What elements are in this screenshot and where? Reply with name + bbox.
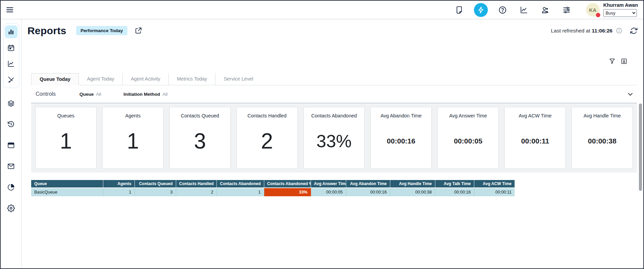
column-header-avg-acw-time[interactable]: Avg ACW Time <box>474 180 515 188</box>
tab-service-level[interactable]: Service Level <box>215 73 261 85</box>
cell-contacts-queued: 3 <box>134 188 176 196</box>
cell-contacts-abandoned: 1 <box>216 188 264 196</box>
metric-card-label: Contacts Queued <box>181 113 219 118</box>
table-body: BasicQueue132133%00:00:0500:00:1600:00:3… <box>31 188 515 196</box>
tab-agent-activity[interactable]: Agent Activity <box>122 73 168 85</box>
sliders-icon[interactable] <box>562 6 571 14</box>
user-meta: Khurram Awan Busy <box>603 3 638 17</box>
sidebar-report-group <box>3 23 19 88</box>
metric-card-contacts-queued: Contacts Queued3 <box>169 107 231 169</box>
metric-card-label: Queues <box>57 113 75 118</box>
column-header-agents[interactable]: Agents <box>103 180 134 188</box>
topbar-actions: KA Khurram Awan Busy <box>449 3 638 17</box>
help-icon[interactable] <box>498 6 507 14</box>
metric-card-value: 00:00:05 <box>454 118 482 169</box>
column-header-avg-abandon-time[interactable]: Avg Abandon Time <box>346 180 390 188</box>
sidebar-items <box>5 97 18 223</box>
metric-card-value: 1 <box>127 118 139 169</box>
last-refreshed-time: 11:06:26 <box>592 28 612 33</box>
table-row[interactable]: BasicQueue132133%00:00:0500:00:1600:00:3… <box>31 188 515 196</box>
metric-card-contacts-abandoned: Contacts Abandoned33% <box>304 107 365 169</box>
filter-initiation-method[interactable]: Initiation MethodAll <box>124 92 168 97</box>
hamburger-menu-icon[interactable] <box>5 5 14 14</box>
metric-card-queues: Queues1 <box>35 107 97 169</box>
cell-agents: 1 <box>103 188 134 196</box>
report-badge[interactable]: Performance Today <box>76 26 127 35</box>
lightning-icon[interactable] <box>474 3 488 17</box>
sidebar <box>1 19 22 268</box>
user-name: Khurram Awan <box>603 3 638 8</box>
column-header-contacts-handled[interactable]: Contacts Handled <box>176 180 216 188</box>
download-icon[interactable] <box>621 58 627 65</box>
app-window: KA Khurram Awan Busy Reports Perfor <box>0 0 644 269</box>
metric-card-label: Contacts Abandoned <box>311 113 357 118</box>
metric-card-label: Avg ACW Time <box>519 113 552 118</box>
note-icon[interactable] <box>455 6 463 14</box>
sidebar-item-layers-icon[interactable] <box>5 97 18 110</box>
panel-tools <box>31 58 637 65</box>
users-icon[interactable] <box>541 6 549 14</box>
status-select[interactable]: Busy <box>603 9 637 17</box>
cell-contacts-abandoned: 33% <box>264 188 311 196</box>
metric-card-label: Avg Answer Time <box>449 113 487 118</box>
topbar-icons <box>449 3 577 17</box>
filter-queue[interactable]: QueueAll <box>80 92 101 97</box>
metric-card-label: Avg Handle Time <box>583 113 621 118</box>
line-chart-icon[interactable] <box>520 6 528 14</box>
filter-name: Initiation Method <box>124 92 160 97</box>
sidebar-item-window-icon[interactable] <box>5 139 18 152</box>
page-header: Reports Performance Today Last refreshed… <box>22 19 643 42</box>
metric-card-value: 00:00:11 <box>521 118 549 169</box>
column-header-avg-answer-time[interactable]: Avg Answer Time <box>311 180 346 188</box>
info-icon[interactable] <box>616 27 622 34</box>
cell-avg-acw-time: 00:00:11 <box>474 188 515 196</box>
column-header-avg-handle-time[interactable]: Avg Handle Time <box>390 180 435 188</box>
cell-avg-handle-time: 00:00:38 <box>390 188 435 196</box>
tab-metrics-today[interactable]: Metrics Today <box>168 73 215 85</box>
column-header-contacts-abandoned[interactable]: Contacts Abandoned % <box>264 180 311 188</box>
refresh-area: Last refreshed at 11:06:26 <box>551 27 638 35</box>
metric-card-value: 2 <box>261 118 273 169</box>
external-link-icon[interactable] <box>134 27 142 35</box>
sidebar-item-history-icon[interactable] <box>5 118 18 131</box>
refresh-icon[interactable] <box>630 27 638 35</box>
sidebar-item-line-chart-icon[interactable] <box>5 57 18 70</box>
metric-card-label: Agents <box>125 113 141 118</box>
vertical-scrollbar[interactable] <box>639 104 642 191</box>
sidebar-item-pie-chart-icon[interactable] <box>5 181 18 194</box>
column-header-contacts-abandoned[interactable]: Contacts Abandoned <box>216 180 264 188</box>
metric-card-value: 00:00:16 <box>387 118 415 169</box>
avatar[interactable]: KA <box>586 3 600 17</box>
metric-cards: Queues1Agents1Contacts Queued3Contacts H… <box>31 103 637 173</box>
last-refreshed-text: Last refreshed at 11:06:26 <box>551 28 612 34</box>
metric-card-value: 3 <box>194 118 206 169</box>
tab-queue-today[interactable]: Queue Today <box>31 73 79 85</box>
metric-card-avg-handle-time: Avg Handle Time00:00:38 <box>572 107 633 169</box>
cell-avg-answer-time: 00:00:05 <box>311 188 346 196</box>
metric-card-label: Contacts Handled <box>247 113 286 118</box>
cell-queue: BasicQueue <box>31 188 103 196</box>
column-header-avg-talk-time[interactable]: Avg Talk Time <box>435 180 474 188</box>
tabs: Queue TodayAgent TodayAgent ActivityMetr… <box>31 73 637 85</box>
sidebar-item-bar-chart-icon[interactable] <box>5 25 18 38</box>
filter-value: All <box>96 92 101 97</box>
tab-agent-today[interactable]: Agent Today <box>79 73 122 85</box>
queue-table: QueueAgentsContacts QueuedContacts Handl… <box>31 180 515 196</box>
cell-avg-abandon-time: 00:00:16 <box>346 188 390 196</box>
report-panel: Queue TodayAgent TodayAgent ActivityMetr… <box>31 42 637 268</box>
sidebar-item-calendar-icon[interactable] <box>5 41 18 54</box>
chevron-down-icon[interactable] <box>626 90 634 98</box>
metric-card-avg-answer-time: Avg Answer Time00:00:05 <box>437 107 499 169</box>
metric-card-contacts-handled: Contacts Handled2 <box>236 107 298 169</box>
column-header-queue[interactable]: Queue <box>31 180 103 188</box>
sidebar-item-mail-icon[interactable] <box>5 160 18 173</box>
sidebar-item-design-brush-icon[interactable] <box>5 73 18 86</box>
controls-filters: QueueAllInitiation MethodAll <box>80 91 190 97</box>
metric-card-agents: Agents1 <box>102 107 164 169</box>
metric-card-avg-abandon-time: Avg Abandon Time00:00:16 <box>370 107 432 169</box>
sidebar-item-gear-icon[interactable] <box>5 202 18 215</box>
main-content: Reports Performance Today Last refreshed… <box>22 19 643 268</box>
filter-icon[interactable] <box>609 58 616 65</box>
metric-card-value: 1 <box>60 118 72 169</box>
column-header-contacts-queued[interactable]: Contacts Queued <box>134 180 176 188</box>
